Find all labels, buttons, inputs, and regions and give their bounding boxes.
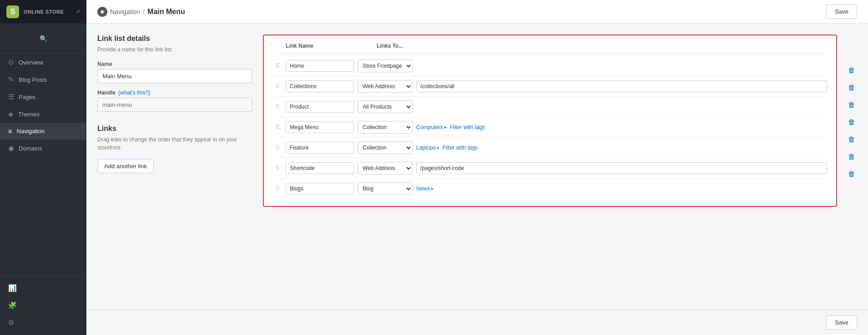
chevron-down-icon: ▾ xyxy=(444,125,446,130)
sidebar-item-label: Navigation xyxy=(17,128,45,135)
left-panel: Link list details Provide a name for thi… xyxy=(97,35,252,299)
add-link-button[interactable]: Add another link xyxy=(97,159,154,173)
chevron-down-icon: ▾ xyxy=(437,145,439,150)
store-name-label: ONLINE STORE xyxy=(24,9,64,15)
navigation-icon: ≡ xyxy=(8,127,12,135)
sidebar-item-themes[interactable]: ◈ Themes xyxy=(0,105,86,123)
name-form-group: Name xyxy=(97,61,252,83)
page-content: Link list details Provide a name for thi… xyxy=(86,24,868,310)
links-section-title: Links xyxy=(97,125,252,133)
link-type-select[interactable]: Collection Store Frontpage Web Address A… xyxy=(358,141,413,154)
handle-whats-this-link[interactable]: (what's this?) xyxy=(118,90,150,96)
analytics-icon: 📊 xyxy=(8,284,17,292)
collection-select-button[interactable]: Computers ▾ xyxy=(416,124,446,130)
table-row: ⠿ Blog Store Frontpage Web Address Colle… xyxy=(273,179,827,199)
link-type-select[interactable]: Collection Store Frontpage Web Address A… xyxy=(358,121,413,134)
sidebar-item-label: Overview xyxy=(19,59,43,66)
topbar-save-button[interactable]: Save xyxy=(826,5,857,19)
drag-handle-icon[interactable]: ⠿ xyxy=(273,103,282,110)
drag-handle-icon[interactable]: ⠿ xyxy=(273,144,282,151)
apps-icon: 🧩 xyxy=(8,301,17,310)
breadcrumb: ◉ Navigation / Main Menu xyxy=(97,7,185,17)
sidebar-item-overview[interactable]: ⊙ Overview xyxy=(0,54,86,71)
link-url-input[interactable] xyxy=(416,162,827,174)
link-type-select[interactable]: All Products Store Frontpage Web Address… xyxy=(358,100,413,113)
drag-handle-icon[interactable]: ⠿ xyxy=(273,62,282,70)
header-links-to: Links To... xyxy=(377,43,403,49)
sidebar-item-domains[interactable]: ◉ Domains xyxy=(0,140,86,157)
link-name-input[interactable] xyxy=(286,121,354,133)
link-type-select[interactable]: Web Address Store Frontpage Collection A… xyxy=(358,162,413,175)
delete-row-collections: 🗑 xyxy=(846,79,857,96)
link-name-input[interactable] xyxy=(286,162,354,174)
drag-handle-icon[interactable]: ⠿ xyxy=(273,165,282,172)
delete-mega-menu-button[interactable]: 🗑 xyxy=(846,116,857,128)
drag-handle-icon[interactable]: ⠿ xyxy=(273,83,282,90)
delete-row-home: 🗑 xyxy=(846,62,857,79)
navigation-breadcrumb-icon: ◉ xyxy=(97,7,107,17)
name-input[interactable] xyxy=(97,69,252,83)
collection-name: Computers xyxy=(416,124,443,130)
sidebar-item-label: Domains xyxy=(19,145,42,152)
name-label: Name xyxy=(97,61,252,67)
drag-handle-icon[interactable]: ⠿ xyxy=(273,124,282,131)
link-name-input[interactable] xyxy=(286,142,354,154)
filter-tags-link[interactable]: Filter with tags xyxy=(450,124,485,130)
links-section-desc: Drag links to change the order that they… xyxy=(97,135,252,152)
link-type-select[interactable]: Blog Store Frontpage Web Address Collect… xyxy=(358,182,413,195)
bottom-save-button[interactable]: Save xyxy=(826,315,857,330)
sidebar-item-pages[interactable]: ☰ Pages xyxy=(0,88,86,105)
delete-icons-column: 🗑 🗑 🗑 🗑 🗑 🗑 xyxy=(846,35,857,183)
delete-row-mega-menu: 🗑 xyxy=(846,114,857,130)
link-type-select[interactable]: Web Address Store Frontpage Collection A… xyxy=(358,80,413,93)
search-icon[interactable]: 🔍 xyxy=(34,30,52,48)
sidebar-nav: ⊙ Overview ✎ Blog Posts ☰ Pages ◈ Themes… xyxy=(0,54,86,275)
blog-select-button[interactable]: News ▾ xyxy=(416,185,433,192)
external-link-icon[interactable]: ↗ xyxy=(76,9,80,15)
drag-handle-icon[interactable]: ⠿ xyxy=(273,185,282,192)
overview-icon: ⊙ xyxy=(8,58,14,66)
sidebar-item-navigation[interactable]: ≡ Navigation xyxy=(0,123,86,140)
link-name-input[interactable] xyxy=(286,60,354,72)
bottom-bar: Save xyxy=(86,310,868,335)
table-row: ⠿ Collection Store Frontpage Web Address… xyxy=(273,138,827,158)
breadcrumb-separator: / xyxy=(143,8,145,15)
link-name-input[interactable] xyxy=(286,183,354,195)
table-row: ⠿ All Products Store Frontpage Web Addre… xyxy=(273,97,827,117)
filter-tags-link[interactable]: Filter with tags xyxy=(443,145,478,151)
main-area: ◉ Navigation / Main Menu Save Link list … xyxy=(86,0,868,335)
sidebar-item-analytics[interactable]: 📊 xyxy=(0,280,86,297)
link-name-input[interactable] xyxy=(286,80,354,92)
delete-blogs-button[interactable]: 🗑 xyxy=(846,168,857,180)
delete-row-product: 🗑 xyxy=(846,96,857,113)
delete-feature-button[interactable]: 🗑 xyxy=(846,134,857,145)
delete-product-button[interactable]: 🗑 xyxy=(846,99,857,111)
link-type-select[interactable]: Store Frontpage Web Address Collection A… xyxy=(358,60,413,72)
blog-icon: ✎ xyxy=(8,75,14,84)
table-row: ⠿ Store Frontpage Web Address Collection… xyxy=(273,56,827,76)
link-list-details-desc: Provide a name for this link list. xyxy=(97,45,252,54)
sidebar-item-blog-posts[interactable]: ✎ Blog Posts xyxy=(0,71,86,88)
link-url-input[interactable] xyxy=(416,80,827,92)
link-name-input[interactable] xyxy=(286,101,354,113)
topbar: ◉ Navigation / Main Menu Save xyxy=(86,0,868,24)
handle-input[interactable] xyxy=(97,98,252,112)
header-link-name: Link Name xyxy=(286,43,377,49)
link-list-details-title: Link list details xyxy=(97,35,252,43)
links-table-header: Link Name Links To... xyxy=(273,43,827,54)
sidebar-item-apps[interactable]: 🧩 xyxy=(0,297,86,314)
handle-form-group: Handle (what's this?) xyxy=(97,90,252,112)
blog-name: News xyxy=(416,185,430,192)
sidebar-item-label: Themes xyxy=(18,111,40,118)
collection-select-button[interactable]: Laptops ▾ xyxy=(416,145,439,151)
delete-shortcode-button[interactable]: 🗑 xyxy=(846,151,857,163)
delete-row-blogs: 🗑 xyxy=(846,165,857,182)
table-row: ⠿ Web Address Store Frontpage Collection… xyxy=(273,76,827,97)
breadcrumb-nav: Navigation xyxy=(110,8,140,15)
shopify-logo: S xyxy=(6,5,19,18)
delete-collections-button[interactable]: 🗑 xyxy=(846,82,857,94)
table-row: ⠿ Collection Store Frontpage Web Address… xyxy=(273,117,827,138)
links-section: Links Drag links to change the order tha… xyxy=(97,125,252,173)
sidebar-item-settings[interactable]: ⚙ xyxy=(0,314,86,331)
delete-home-button[interactable]: 🗑 xyxy=(846,65,857,76)
